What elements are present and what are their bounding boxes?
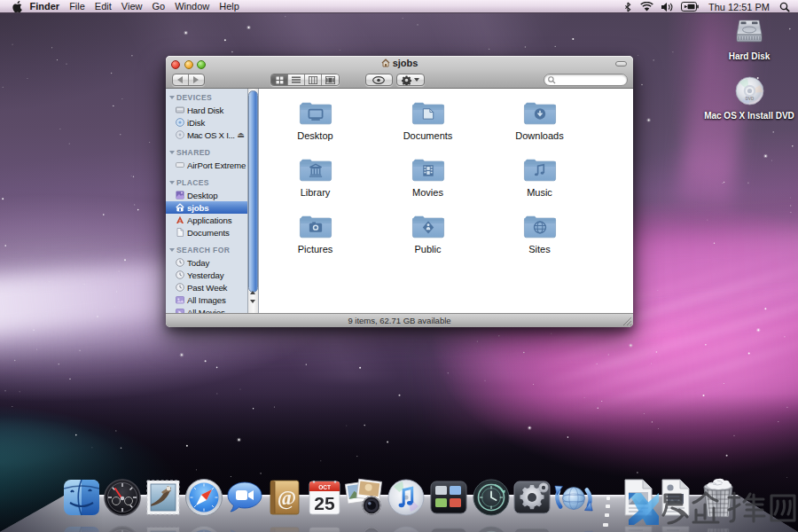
svg-text:@: @ xyxy=(278,487,296,510)
svg-text:OCT: OCT xyxy=(318,484,331,490)
svg-text:25: 25 xyxy=(314,493,335,513)
svg-text:DVD: DVD xyxy=(745,97,754,101)
